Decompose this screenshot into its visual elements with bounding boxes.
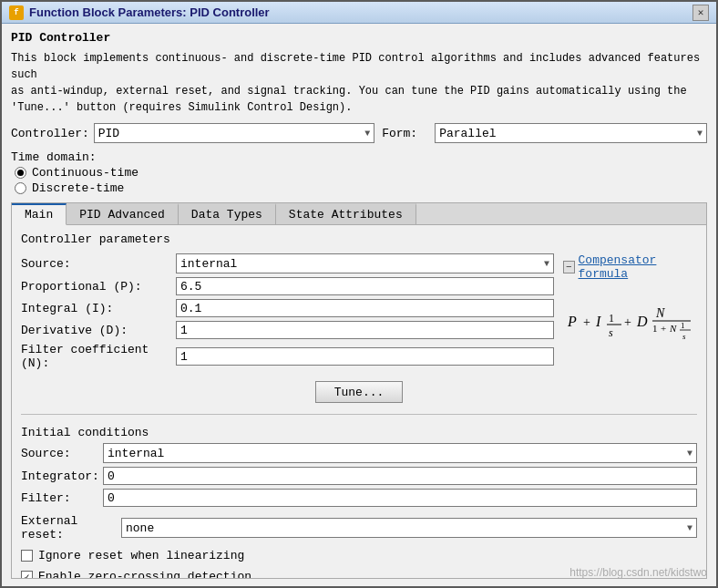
params-and-formula: Source: internal ▼ Proportional (P):	[21, 253, 697, 374]
filter-input[interactable]	[176, 347, 554, 366]
integral-label: Integral (I):	[21, 302, 176, 315]
derivative-row: Derivative (D):	[21, 321, 554, 339]
time-domain-section: Time domain: Continuous-time Discrete-ti…	[11, 150, 707, 195]
zero-crossing-checkbox[interactable]: ✓	[21, 571, 33, 578]
source-dropdown[interactable]: internal ▼	[176, 253, 554, 273]
svg-text:1: 1	[609, 312, 614, 325]
external-reset-dropdown-arrow: ▼	[687, 523, 692, 533]
window-icon: f	[9, 5, 24, 20]
time-domain-radio-group: Continuous-time Discrete-time	[15, 166, 707, 195]
ignore-reset-row[interactable]: Ignore reset when linearizing	[21, 549, 697, 562]
ic-filter-label: Filter:	[21, 491, 103, 505]
radio-discrete[interactable]: Discrete-time	[15, 181, 707, 195]
compensator-link[interactable]: − Compensator formula	[563, 253, 697, 281]
svg-text:+: +	[583, 315, 590, 329]
tab-data-types[interactable]: Data Types	[179, 203, 276, 224]
radio-continuous[interactable]: Continuous-time	[15, 166, 707, 180]
tab-main[interactable]: Main	[12, 203, 67, 225]
radio-continuous-circle[interactable]	[15, 167, 26, 179]
block-description: This block implements continuous- and di…	[11, 50, 707, 116]
minus-box: −	[563, 261, 575, 273]
watermark: https://blog.csdn.net/kidstwo	[569, 566, 707, 579]
integral-input[interactable]	[176, 299, 554, 317]
svg-text:N: N	[655, 306, 665, 320]
svg-text:P: P	[567, 314, 577, 329]
svg-text:+: +	[624, 315, 631, 329]
ignore-reset-checkbox[interactable]	[21, 550, 33, 562]
ic-integrator-input[interactable]	[103, 467, 697, 485]
close-button[interactable]: ✕	[692, 5, 709, 21]
tabs-container: Main PID Advanced Data Types State Attri…	[11, 202, 707, 579]
ic-source-dropdown[interactable]: internal ▼	[103, 443, 697, 463]
external-reset-row: External reset: none ▼	[21, 514, 697, 542]
source-label: Source:	[21, 257, 176, 271]
integral-row: Integral (I):	[21, 299, 554, 317]
ic-integrator-label: Integrator:	[21, 469, 103, 483]
titlebar: f Function Block Parameters: PID Control…	[2, 2, 716, 24]
controller-dropdown[interactable]: PID ▼	[94, 123, 375, 143]
time-domain-label: Time domain:	[11, 150, 707, 164]
ic-source-row: Source: internal ▼	[21, 443, 697, 463]
source-dropdown-arrow: ▼	[544, 259, 549, 269]
titlebar-left: f Function Block Parameters: PID Control…	[9, 5, 270, 20]
ic-source-dropdown-arrow: ▼	[687, 449, 692, 459]
compensator-label: Compensator formula	[579, 253, 697, 281]
controller-params-title: Controller parameters	[21, 232, 697, 246]
tab-pid-advanced[interactable]: PID Advanced	[67, 203, 179, 224]
derivative-input[interactable]	[176, 321, 554, 339]
controller-dropdown-arrow: ▼	[364, 129, 370, 139]
svg-text:I: I	[595, 314, 601, 329]
ic-source-label: Source:	[21, 447, 103, 460]
controller-label: Controller:	[11, 127, 87, 140]
ic-filter-row: Filter:	[21, 489, 697, 507]
radio-discrete-circle[interactable]	[15, 182, 26, 194]
ic-integrator-row: Integrator:	[21, 467, 697, 485]
proportional-input[interactable]	[176, 277, 554, 295]
svg-text:s: s	[682, 332, 686, 341]
initial-conditions-section: Initial conditions Source: internal ▼ In…	[21, 426, 697, 511]
tab-content-main: Controller parameters Source: internal ▼	[12, 225, 706, 578]
form-dropdown[interactable]: Parallel ▼	[435, 123, 707, 143]
form-dropdown-arrow: ▼	[697, 129, 703, 139]
filter-row: Filter coefficient (N):	[21, 343, 554, 370]
block-name: PID Controller	[11, 31, 707, 45]
form-label: Form:	[382, 127, 427, 140]
svg-text:+: +	[661, 323, 666, 334]
separator	[21, 414, 697, 415]
svg-text:1: 1	[652, 323, 658, 334]
svg-text:s: s	[609, 326, 613, 339]
tune-btn-row: Tune...	[21, 381, 697, 403]
source-row: Source: internal ▼	[21, 253, 554, 273]
formula-svg: P + I 1 s + D	[563, 292, 695, 356]
external-reset-dropdown[interactable]: none ▼	[121, 518, 697, 538]
window-title: Function Block Parameters: PID Controlle…	[29, 5, 270, 19]
tabs-header: Main PID Advanced Data Types State Attri…	[12, 203, 706, 225]
proportional-label: Proportional (P):	[21, 280, 176, 294]
svg-text:D: D	[636, 314, 648, 329]
svg-text:N: N	[669, 323, 677, 334]
ic-title: Initial conditions	[21, 426, 697, 439]
svg-text:1: 1	[681, 321, 685, 330]
tab-state-attributes[interactable]: State Attributes	[276, 203, 416, 224]
controller-form-row: Controller: PID ▼ Form: Parallel ▼	[11, 123, 707, 143]
derivative-label: Derivative (D):	[21, 324, 176, 337]
ic-filter-input[interactable]	[103, 489, 697, 507]
formula-section: − Compensator formula P + I	[563, 253, 697, 356]
params-left: Source: internal ▼ Proportional (P):	[21, 253, 554, 374]
proportional-row: Proportional (P):	[21, 277, 554, 295]
filter-label: Filter coefficient (N):	[21, 343, 176, 370]
radio-discrete-label: Discrete-time	[32, 181, 124, 195]
radio-continuous-label: Continuous-time	[32, 166, 138, 180]
zero-crossing-label: Enable zero-crossing detection	[38, 570, 251, 578]
main-content: PID Controller This block implements con…	[2, 24, 716, 586]
external-reset-label: External reset:	[21, 514, 121, 542]
ignore-reset-label: Ignore reset when linearizing	[38, 549, 244, 562]
tune-button[interactable]: Tune...	[315, 381, 404, 403]
